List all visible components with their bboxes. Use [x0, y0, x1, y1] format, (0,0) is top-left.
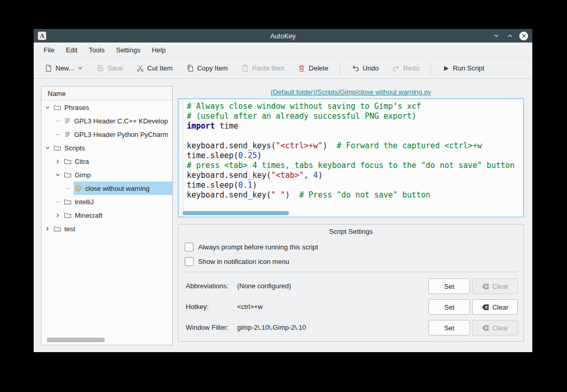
script-path-link[interactable]: (Default folder)/Scripts/Gimp/close with…	[271, 88, 431, 96]
clear-icon	[481, 304, 489, 311]
tree-item-content[interactable]: GPL3 Header Python PyCharm	[63, 128, 172, 141]
tree-item-content[interactable]: GPL3 Header C,C++ KDevelop	[63, 114, 172, 128]
undo-icon	[352, 64, 359, 72]
chevron-down-icon[interactable]	[45, 145, 53, 151]
new-button[interactable]: New...	[40, 61, 88, 75]
titlebar[interactable]: A AutoKey	[34, 29, 532, 43]
tree-header-name-column[interactable]: Name	[42, 87, 172, 101]
tree-item-phrases[interactable]: Phrases	[42, 101, 172, 114]
menu-edit[interactable]: Edit	[60, 44, 83, 56]
tree-horizontal-scrollbar[interactable]	[45, 338, 169, 342]
cut-label: Cut Item	[147, 64, 173, 72]
tree-item-content-selected[interactable]: close without warning	[74, 181, 172, 195]
tree-item-scripts[interactable]: Scripts	[42, 141, 172, 155]
clear-icon	[481, 283, 489, 290]
shade-button[interactable]	[492, 32, 501, 40]
code-editor[interactable]: # Always close window without saving to …	[178, 99, 524, 217]
tree-item-content[interactable]: Gimp	[63, 168, 172, 181]
tree-item-label: GPL3 Header Python PyCharm	[74, 131, 168, 138]
tree-branch	[65, 188, 74, 189]
menu-settings[interactable]: Settings	[110, 44, 146, 56]
run-script-button[interactable]: Run Script	[438, 61, 489, 75]
tree-header-label: Name	[48, 90, 66, 97]
tree-item-test[interactable]: test	[42, 222, 172, 235]
undo-button[interactable]: Undo	[347, 61, 383, 75]
checkbox-row-always-prompt-before-running-this-script: Always prompt before running this script	[185, 241, 523, 253]
editor-gutter	[178, 99, 184, 217]
tree-branch	[55, 202, 63, 202]
checkbox[interactable]	[185, 257, 193, 266]
editor-horizontal-scrollbar[interactable]	[181, 211, 521, 215]
checkbox-label: Always prompt before running this script	[198, 243, 318, 251]
code-line: keyboard.send_key("<tab>", 4)	[187, 171, 515, 180]
tree-item-gpl3-header-c-c-kdevelop[interactable]: GPL3 Header C,C++ KDevelop	[42, 114, 172, 128]
new-label: New...	[56, 64, 74, 72]
scrollbar-thumb[interactable]	[183, 211, 289, 215]
code-area[interactable]: # Always close window without saving to …	[187, 102, 515, 200]
tree-item-label: IntelliJ	[75, 198, 94, 206]
tree-item-close-without-warning[interactable]: close without warning	[42, 181, 172, 195]
folder-icon	[53, 144, 61, 152]
maximize-button[interactable]	[506, 32, 514, 40]
close-button[interactable]	[519, 32, 528, 40]
paste-label: Paste Item	[252, 64, 284, 72]
tree-item-intellij[interactable]: IntelliJ	[42, 195, 172, 208]
paste-icon	[241, 64, 249, 72]
settings-row-label: Abbreviations:	[186, 278, 228, 294]
tree-item-label: Minecraft	[75, 212, 102, 219]
copy-button[interactable]: Copy Item	[182, 61, 232, 75]
tree-item-gpl3-header-python-pycharm[interactable]: GPL3 Header Python PyCharm	[42, 128, 172, 141]
menu-help[interactable]: Help	[146, 44, 172, 56]
copy-label: Copy Item	[197, 64, 228, 72]
tree-item-content[interactable]: Phrases	[53, 101, 172, 114]
phrase-icon	[64, 131, 71, 138]
tree-item-gimp[interactable]: Gimp	[42, 168, 172, 181]
code-line: time.sleep(0.25)	[187, 151, 515, 161]
chevron-down-icon	[77, 65, 83, 71]
delete-button[interactable]: Delete	[293, 61, 333, 75]
script-icon	[74, 185, 82, 192]
chevron-down-icon[interactable]	[45, 105, 53, 110]
checkbox-row-show-in-notification-icon-menu: Show in notification icon menu	[185, 256, 523, 267]
scrollbar-thumb[interactable]	[47, 338, 105, 342]
tree-item-citra[interactable]: Citra	[42, 155, 172, 168]
save-icon	[96, 64, 104, 72]
set-button[interactable]: Set	[428, 299, 470, 315]
cut-button[interactable]: Cut Item	[132, 61, 177, 75]
window-title: AutoKey	[34, 32, 532, 40]
clear-icon	[481, 325, 489, 331]
clear-button-label: Clear	[492, 324, 508, 332]
chevron-up-icon	[507, 33, 513, 39]
menu-file[interactable]: File	[38, 44, 60, 56]
chevron-right-icon[interactable]	[55, 159, 63, 164]
menu-bar: FileEditToolsSettingsHelp	[34, 43, 532, 58]
scissors-icon	[136, 64, 144, 72]
chevron-down-icon[interactable]	[55, 172, 63, 178]
settings-row-hotkey: Hotkey:<ctrl>+wSetClear	[178, 299, 523, 315]
settings-checkboxes: Always prompt before running this script…	[178, 241, 523, 267]
clear-button[interactable]: Clear	[472, 299, 518, 315]
set-button[interactable]: Set	[428, 320, 470, 335]
settings-row-value: gimp-2\.10\.Gimp-2\.10	[237, 320, 306, 335]
toolbar-separator	[340, 62, 340, 75]
phrase-icon	[64, 117, 71, 124]
chevron-right-icon[interactable]	[55, 213, 63, 218]
tree-item-label: close without warning	[85, 185, 149, 192]
code-line: # Always close window without saving to …	[187, 102, 515, 111]
checkbox[interactable]	[185, 243, 193, 251]
tree-item-content[interactable]: test	[53, 222, 172, 235]
tree-item-label: Citra	[75, 158, 89, 165]
tree-item-label: test	[64, 225, 75, 233]
tree-item-minecraft[interactable]: Minecraft	[42, 208, 172, 222]
tree-item-content[interactable]: Scripts	[53, 141, 172, 155]
clear-button-label: Clear	[492, 283, 508, 290]
chevron-right-icon[interactable]	[45, 226, 53, 232]
menu-tools[interactable]: Tools	[83, 44, 110, 56]
tree-item-content[interactable]: IntelliJ	[63, 195, 172, 208]
tree-item-content[interactable]: Minecraft	[63, 208, 172, 222]
settings-row-value: (None configured)	[237, 278, 291, 294]
delete-label: Delete	[309, 64, 328, 72]
tree-item-label: Gimp	[75, 171, 91, 179]
set-button[interactable]: Set	[428, 278, 470, 294]
tree-item-content[interactable]: Citra	[63, 155, 172, 168]
